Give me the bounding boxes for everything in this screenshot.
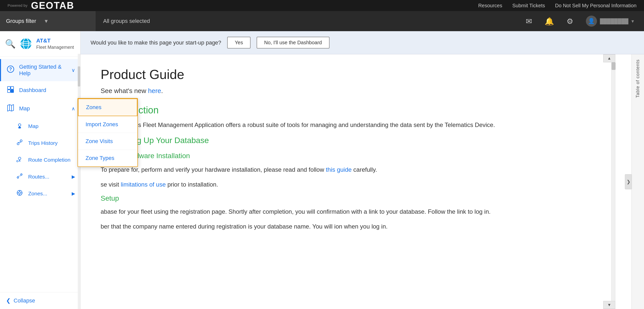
resources-link[interactable]: Resources bbox=[478, 3, 502, 9]
bell-icon: 🔔 bbox=[545, 17, 554, 26]
doc-scrollbar[interactable] bbox=[611, 62, 615, 301]
sidebar-subitem-zones-label: Zones... bbox=[28, 191, 47, 197]
user-name: ████████ bbox=[600, 18, 628, 24]
sidebar-subitem-routes-label: Routes... bbox=[28, 174, 49, 180]
section1-body: The Telematics Fleet Management Applicat… bbox=[101, 120, 611, 130]
groups-filter-section: Groups filter ▼ All groups selected bbox=[0, 11, 150, 31]
main-layout: 🔍 AT&T Fleet Management ? Getting Starte… bbox=[0, 31, 644, 309]
svg-rect-7 bbox=[11, 86, 14, 89]
avatar: 👤 bbox=[586, 16, 597, 27]
all-groups-label: All groups selected bbox=[96, 18, 150, 24]
document-content: ▲ ▼ Product Guide See what's new here. 1… bbox=[80, 54, 631, 309]
section112-body2: ber that the company name entered during… bbox=[101, 222, 611, 231]
sidebar-item-map[interactable]: Map ∧ bbox=[0, 100, 80, 118]
geotab-logo: Powered by GEOTAB bbox=[8, 0, 74, 11]
notifications-button[interactable]: 🔔 bbox=[545, 17, 554, 26]
do-not-sell-link[interactable]: Do Not Sell My Personal Information bbox=[555, 3, 636, 9]
user-dropdown[interactable]: 👤 ████████ ▾ bbox=[586, 16, 634, 27]
this-guide-link[interactable]: this guide bbox=[326, 166, 352, 173]
sidebar-subitem-map[interactable]: Map bbox=[0, 118, 80, 135]
startup-yes-button[interactable]: Yes bbox=[227, 37, 251, 49]
second-bar: Groups filter ▼ All groups selected ✉ 🔔 … bbox=[0, 11, 644, 31]
toc-collapse-icon: ❯ bbox=[627, 179, 630, 185]
dropdown-item-zones[interactable]: Zones bbox=[78, 99, 137, 116]
sidebar-item-dashboard[interactable]: Dashboard bbox=[0, 81, 80, 100]
sidebar-subitem-route-completion[interactable]: Route Completion bbox=[0, 152, 80, 168]
sidebar-nav: ? Getting Started & Help ∨ Dashboard Map… bbox=[0, 57, 80, 292]
routes-arrow-icon: ▶ bbox=[72, 174, 75, 180]
sidebar-subitem-trips-history-label: Trips History bbox=[28, 140, 58, 146]
section112-body1: abase for your fleet using the registrat… bbox=[101, 207, 611, 216]
scroll-up-btn[interactable]: ▲ bbox=[603, 54, 615, 62]
svg-point-19 bbox=[21, 174, 22, 175]
doc-scroll-thumb bbox=[612, 62, 616, 70]
content-area: Would you like to make this page your st… bbox=[80, 31, 644, 309]
top-bar-right: Resources Submit Tickets Do Not Sell My … bbox=[478, 3, 636, 9]
doc-subtitle: See what's new here. bbox=[101, 87, 611, 95]
limitations-link[interactable]: limitations of use bbox=[121, 181, 166, 188]
gear-icon: ⚙ bbox=[567, 17, 573, 26]
dropdown-item-zone-visits[interactable]: Zone Visits bbox=[78, 133, 137, 150]
startup-no-button[interactable]: No, I'll use the Dashboard bbox=[257, 37, 330, 49]
svg-rect-9 bbox=[11, 90, 14, 93]
settings-button[interactable]: ⚙ bbox=[567, 17, 573, 26]
svg-point-16 bbox=[18, 157, 21, 160]
getting-started-chevron-icon: ∨ bbox=[71, 67, 75, 73]
dropdown-item-zone-types[interactable]: Zone Types bbox=[78, 150, 137, 166]
zones-icon bbox=[15, 189, 24, 198]
sidebar-subitem-trips-history[interactable]: Trips History bbox=[0, 135, 80, 152]
sidebar-subitem-map-label: Map bbox=[28, 123, 38, 129]
section1-heading: 1 Introduction bbox=[101, 105, 611, 116]
svg-point-17 bbox=[17, 160, 18, 162]
collapse-label: Collapse bbox=[14, 297, 35, 304]
user-icon: 👤 bbox=[588, 18, 595, 24]
submit-tickets-link[interactable]: Submit Tickets bbox=[512, 3, 545, 9]
sidebar-subitem-routes[interactable]: Routes... ▶ bbox=[0, 168, 80, 185]
dashboard-icon bbox=[6, 86, 15, 95]
svg-text:?: ? bbox=[9, 67, 12, 72]
svg-point-15 bbox=[20, 140, 22, 142]
svg-point-18 bbox=[17, 177, 19, 178]
user-chevron-icon: ▾ bbox=[631, 18, 634, 24]
sidebar-scrollbar[interactable] bbox=[78, 54, 80, 309]
map-section-icon bbox=[6, 104, 15, 113]
svg-marker-10 bbox=[8, 105, 14, 111]
sidebar-item-getting-started-label: Getting Started & Help bbox=[19, 64, 67, 77]
zones-arrow-icon: ▶ bbox=[72, 191, 75, 196]
section112-heading: Setup bbox=[101, 194, 611, 202]
svg-point-13 bbox=[18, 124, 21, 126]
scroll-down-btn[interactable]: ▼ bbox=[603, 301, 615, 309]
sidebar-item-dashboard-label: Dashboard bbox=[19, 87, 75, 94]
sidebar-item-getting-started[interactable]: ? Getting Started & Help ∨ bbox=[0, 59, 80, 81]
sidebar-item-map-label: Map bbox=[19, 105, 67, 112]
toc-sidebar[interactable]: Table of contents bbox=[631, 54, 644, 309]
search-button[interactable]: 🔍 bbox=[5, 39, 16, 49]
mail-icon: ✉ bbox=[526, 17, 532, 26]
zones-dropdown: Zones Import Zones Zone Visits Zone Type… bbox=[77, 98, 138, 167]
section112-title: Setup bbox=[101, 194, 119, 202]
sidebar-subitem-route-completion-label: Route Completion bbox=[28, 157, 70, 163]
powered-by-label: Powered by bbox=[8, 3, 27, 8]
sidebar-header: 🔍 AT&T Fleet Management bbox=[0, 31, 80, 57]
top-bar: Powered by GEOTAB Resources Submit Ticke… bbox=[0, 0, 644, 11]
doc-toc-row: ▲ ▼ Product Guide See what's new here. 1… bbox=[80, 54, 644, 309]
svg-point-21 bbox=[19, 192, 21, 194]
here-link[interactable]: here bbox=[148, 87, 161, 95]
att-logo bbox=[20, 37, 32, 50]
dropdown-item-import-zones[interactable]: Import Zones bbox=[78, 116, 137, 133]
top-bar-left: Powered by GEOTAB bbox=[8, 0, 74, 11]
org-name: AT&T bbox=[36, 37, 74, 45]
section111-body2: se visit limitations of use prior to ins… bbox=[101, 180, 611, 189]
groups-filter-label: Groups filter bbox=[6, 18, 36, 24]
toc-collapse-button[interactable]: ❯ bbox=[625, 174, 632, 189]
collapse-button[interactable]: ❮ Collapse bbox=[0, 292, 80, 309]
groups-filter-button[interactable]: Groups filter ▼ bbox=[0, 11, 96, 31]
sidebar: 🔍 AT&T Fleet Management ? Getting Starte… bbox=[0, 31, 80, 309]
map-chevron-icon: ∧ bbox=[71, 106, 75, 112]
sidebar-subitem-zones[interactable]: Zones... ▶ bbox=[0, 185, 80, 202]
section111-heading: 1.1.1 Hardware Installation bbox=[101, 150, 611, 160]
trips-history-icon bbox=[15, 139, 24, 148]
getting-started-icon: ? bbox=[6, 65, 15, 75]
groups-filter-chevron-icon: ▼ bbox=[44, 18, 49, 24]
mail-button[interactable]: ✉ bbox=[526, 17, 532, 26]
